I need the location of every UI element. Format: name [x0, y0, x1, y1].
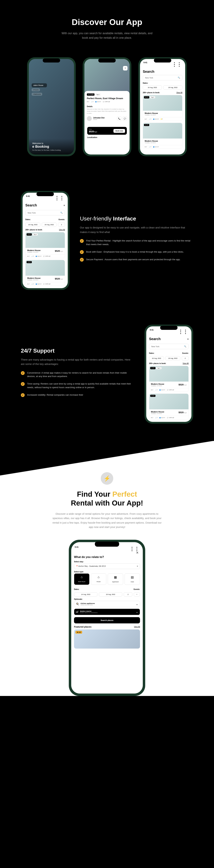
cta-section: ⚡ Find Your PerfectRental with Our App! …	[0, 441, 214, 696]
signal-icon: ⋮⋮	[55, 195, 64, 201]
check-icon: ✓	[21, 393, 25, 397]
bolt-icon: ⚡	[101, 472, 113, 485]
avatar	[87, 116, 92, 121]
type-house[interactable]: ⌂House	[91, 574, 106, 585]
phone-relate: 9:41⋮⋮ ✕ What do you relate to? Select s…	[69, 540, 145, 696]
feature-item: ✓Convenience: A rental app makes it easy…	[21, 371, 134, 378]
phone-search-full: 9:41⋮⋮ Search≡ New York🔍 Dates:Guests: 1…	[21, 191, 69, 290]
phones-showcase: odern House 6 Rooms 2 Bathrooms Welcome …	[0, 50, 214, 174]
phone-detail: ⇪ ★ 4.5 (84) Top 3 Perfect Room, East Vi…	[83, 57, 131, 156]
stay-input[interactable]: 📍 Anchor Way - Guatemala, GE-9213✕	[74, 563, 140, 569]
hero-title: Discover Our App	[10, 18, 204, 27]
menu-icon[interactable]: ≡	[187, 338, 189, 340]
feature-item: ✓Increased visibility: Rental companies …	[21, 393, 134, 397]
location-input[interactable]: New York🔍	[149, 344, 189, 349]
hero-section: Discover Our App With our app, you can s…	[0, 0, 214, 50]
date-from[interactable]: 16 Aug, 2022	[149, 356, 164, 361]
phone-search-partial: 9:41⋮⋮ Search New York🔍 Dates: 16 Aug, 2…	[138, 57, 187, 156]
chevron-down-icon: ⌄	[136, 602, 138, 606]
type-apartment[interactable]: ▦Apartment	[108, 574, 123, 585]
check-icon: ✓	[21, 371, 25, 375]
feature-item: ✓Book with Ease : Emphasize how easy it …	[80, 250, 193, 254]
close-icon[interactable]: ✕	[136, 551, 139, 555]
date-from[interactable]: 14 Aug, 2022	[74, 592, 97, 596]
feature-interface: 9:41⋮⋮ Search≡ New York🔍 Dates:Guests: 1…	[0, 174, 214, 307]
menu-icon[interactable]: ≡	[64, 204, 65, 207]
listing-card[interactable]: ★ 4.5Top 3 Modern HouseGuatala, CA 9423$…	[149, 366, 189, 392]
listing-card[interactable]: ★ 4.5 Modern HouseGuatala, CA 9423 🛏 2🛁 …	[143, 123, 182, 149]
feature-item: ✓Secure Payment : Assure users that thei…	[80, 258, 193, 261]
guests-add[interactable]: +	[134, 592, 140, 596]
listing-card[interactable]: ★ 4.5Top 3 Modern HouseGuatala, CA 9423 …	[143, 95, 182, 121]
listing-card[interactable]: ★ 4.5 Modern HouseGuatala, CA 9423$520/N…	[25, 260, 65, 286]
call-icon[interactable]: 📞	[117, 116, 122, 121]
phone-search-support: 9:41⋮⋮ Search≡ New York🔍 Dates:Guests: 1…	[145, 324, 193, 424]
feature-support: 24/7 Support There are many advantages t…	[0, 307, 214, 441]
date-to[interactable]: 18 Aug, 2022	[42, 222, 57, 227]
search-places-button[interactable]: Search places	[74, 617, 140, 623]
book-button[interactable]: Book now	[114, 129, 125, 133]
view-all-link[interactable]: View All	[134, 626, 140, 628]
clear-icon: ✕	[137, 565, 138, 567]
search-icon: 🔍	[60, 212, 63, 214]
view-all-link[interactable]: View All	[59, 229, 65, 231]
feature-title: User-friendly Interface	[80, 215, 193, 222]
date-to[interactable]: 18 Aug, 2022	[165, 356, 180, 361]
signal-icon: ⋮⋮	[172, 61, 182, 67]
price-bar: Price: $520/Night Book now	[87, 127, 127, 135]
featured-card[interactable]: ★ 4.5	[74, 629, 140, 649]
search-icon: 🔍	[184, 345, 186, 347]
date-to[interactable]: 18 Aug, 2022	[163, 85, 182, 90]
check-icon: ✓	[80, 239, 84, 243]
signal-icon: ⋮⋮	[178, 329, 188, 335]
listing-card[interactable]: ★ 4.5 Modern HouseGuatala, CA 9423$520/N…	[149, 394, 189, 420]
feature-title: 24/7 Support	[21, 347, 134, 354]
type-hotel[interactable]: ▤Hotel	[125, 574, 140, 585]
date-to[interactable]: 18 Aug, 2022	[99, 592, 122, 596]
type-workroom[interactable]: ⌂Work Room	[74, 574, 89, 585]
phone-booking: odern House 6 Rooms 2 Bathrooms Welcome …	[27, 57, 76, 156]
check-icon: ✓	[21, 382, 25, 386]
guests-input[interactable]: 2	[182, 356, 189, 361]
guests-input[interactable]: 2	[58, 222, 65, 227]
date-from[interactable]: 16 Aug, 2022	[25, 222, 40, 227]
listing-card[interactable]: ★ 4.5Top 3 Modern HouseGuatala, CA 9423$…	[25, 232, 65, 258]
check-icon: ✓	[80, 250, 84, 254]
cta-title: Find Your PerfectRental with Our App!	[10, 490, 204, 507]
check-icon: ✓	[80, 258, 84, 261]
view-all-link[interactable]: View All	[183, 363, 189, 364]
guests-input[interactable]: 2	[124, 592, 132, 596]
message-icon[interactable]: 💬	[123, 116, 127, 121]
hero-subtitle: With our app, you can search for availab…	[58, 31, 156, 40]
feature-item: ✓Find Your Perfect Rental : Highlight th…	[80, 239, 193, 246]
location-input[interactable]: New York🔍	[143, 75, 182, 81]
option-interior[interactable]: 🛋 Modern InteriorModern interior for con…	[74, 609, 140, 615]
location-input[interactable]: New York🔍	[25, 210, 65, 215]
share-icon[interactable]: ⇪	[123, 66, 127, 70]
date-from[interactable]: 16 Aug, 2022	[143, 85, 162, 90]
option-kitchen[interactable]: 🍳 Kitchen appliancesKitchen items at hom…	[74, 601, 140, 607]
view-all-link[interactable]: View All	[176, 92, 182, 94]
chevron-down-icon: ⌄	[136, 610, 138, 614]
feature-item: ✓Time-saving: Renters can save time by u…	[21, 382, 134, 390]
